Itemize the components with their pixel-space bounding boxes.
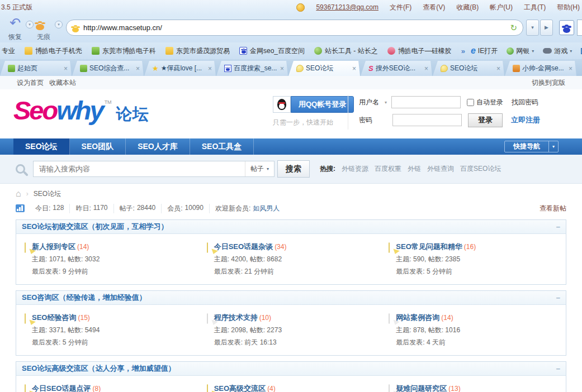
close-icon[interactable]: × (280, 65, 284, 73)
forum-item[interactable]: 今日SEO话题杂谈(34) 主题: 4200, 帖数: 8682 最后发表: 2… (202, 241, 384, 276)
bookmark-item[interactable]: 站长工具 - 站长之 (314, 46, 378, 56)
collapse-icon[interactable]: − (556, 223, 560, 231)
forum-last-post[interactable]: 最后发表: 前天 16:13 (214, 338, 282, 347)
forum-item[interactable]: SEO常见问题和精华(16) 主题: 590, 帖数: 2385 最后发表: 5… (384, 241, 566, 276)
close-icon[interactable]: × (569, 65, 572, 73)
forum-last-post[interactable]: 最后发表: 21 分钟前 (214, 267, 287, 276)
view-new-posts-link[interactable]: 查看新帖 (540, 204, 566, 213)
username-dropdown-icon[interactable]: ▾ (385, 100, 387, 105)
section-title[interactable]: SEO论坛初级交流区（初次见面，互相学习） (22, 222, 168, 232)
set-homepage-link[interactable]: 设为首页 (17, 78, 44, 88)
forum-item[interactable]: 网站案例咨询(14) 主题: 878, 帖数: 1016 最后发表: 4 天前 (384, 312, 566, 347)
forum-name-link[interactable]: 程序技术支持 (214, 313, 258, 322)
forum-name-link[interactable]: 今日SEO话题点评 (32, 384, 91, 392)
menu-file[interactable]: 文件(F) (390, 3, 411, 12)
forum-last-post[interactable]: 最后发表: 5 分钟前 (32, 338, 100, 347)
forum-name-link[interactable]: 今日SEO话题杂谈 (214, 242, 273, 251)
tab-seo-query[interactable]: SEO综合查... × (72, 61, 144, 76)
forum-name-link[interactable]: SEO经验咨询 (32, 313, 76, 322)
username-field[interactable] (391, 96, 461, 108)
tab-baidu-search[interactable]: 百度搜索_se... × (216, 61, 288, 76)
close-icon[interactable]: × (136, 65, 140, 73)
chevron-down-icon[interactable]: ▾ (548, 141, 558, 152)
close-icon[interactable]: × (424, 65, 428, 73)
home-icon[interactable]: ⌂ (16, 189, 21, 199)
forum-name-link[interactable]: 网站案例咨询 (396, 313, 439, 322)
forum-name-link[interactable]: SEO常见问题和精华 (396, 242, 462, 251)
forum-name-link[interactable]: 疑难问题研究区 (396, 384, 447, 392)
forum-item[interactable]: 程序技术支持(10) 主题: 2098, 帖数: 2273 最后发表: 前天 1… (202, 312, 384, 347)
games-button[interactable]: 游戏 ▾ (543, 46, 572, 56)
bookmark-item[interactable]: 东莞市盛茂源贸易 (165, 46, 230, 56)
hot-link[interactable]: 百度权重 (375, 164, 401, 174)
hot-link[interactable]: 外链查询 (427, 164, 454, 174)
forum-last-post[interactable]: 最后发表: 9 分钟前 (32, 267, 100, 276)
bookmark-item[interactable]: 博皓电子手机壳 (25, 46, 82, 56)
qq-login-button[interactable]: 用QQ帐号登录 (273, 96, 354, 113)
newest-member-link[interactable]: 如风男人 (253, 204, 280, 213)
forum-last-post[interactable]: 最后发表: 5 分钟前 (396, 267, 476, 276)
menu-view[interactable]: 查看(V) (423, 3, 445, 12)
incognito-paw-icon[interactable] (36, 19, 44, 32)
search-scope-select[interactable]: 帖子 ▾ (245, 161, 274, 176)
go-button[interactable]: ▶ (540, 20, 553, 36)
restore-session-icon[interactable]: ↶ (6, 15, 25, 31)
account-email-link[interactable]: 593671213@qq.com (316, 3, 378, 11)
hot-link[interactable]: 外链资源 (342, 164, 368, 174)
url-input[interactable] (83, 23, 510, 32)
restore-dropdown-icon[interactable]: ▾ (26, 21, 34, 28)
auto-login-checkbox[interactable] (467, 99, 474, 106)
open-in-ie-button[interactable]: e IE打开 (471, 46, 498, 56)
sogou-paw-button[interactable] (559, 20, 574, 35)
login-button[interactable]: 登录 (468, 113, 503, 127)
section-title[interactable]: SEO咨询区（经验传递，增加经验值） (22, 293, 146, 303)
forum-item[interactable]: SEO高级交流区(4) 主题: 153, 帖数: 330 最后发表: 1 小时前 (202, 383, 384, 392)
menu-tools[interactable]: 工具(T) (524, 3, 546, 12)
incognito-dropdown-icon[interactable]: ▾ (55, 21, 63, 28)
close-icon[interactable]: × (64, 65, 68, 73)
forum-item[interactable]: 新人报到专区(14) 主题: 1071, 帖数: 3032 最后发表: 9 分钟… (20, 241, 202, 276)
tab-love[interactable]: ★ ★僤蒓love [... × (144, 61, 216, 76)
hot-link[interactable]: 外链 (408, 164, 421, 174)
url-history-dropdown-button[interactable]: ▾ (526, 20, 539, 36)
bookmarks-overflow-icon[interactable]: » (461, 47, 465, 55)
switch-wide-link[interactable]: 切换到宽版 (532, 78, 565, 88)
close-icon[interactable]: × (352, 65, 356, 73)
bookmark-item[interactable]: 博皓电子—硅橡胶 (387, 46, 452, 56)
close-icon[interactable]: × (208, 65, 212, 73)
tab-seo-forum-2[interactable]: SEO论坛 × (433, 61, 504, 76)
forum-name-link[interactable]: SEO高级交流区 (214, 384, 266, 392)
bookmark-item[interactable]: 东莞市博皓电子科 (92, 46, 156, 56)
menu-bookmarks[interactable]: 收藏(B) (456, 3, 479, 12)
nav-seo-forum[interactable]: SEO论坛 (13, 138, 70, 155)
seowhy-logo[interactable]: SeowhyTM论坛 (13, 95, 149, 126)
tab-xiaoshuai[interactable]: 小帅-金网se... × (505, 61, 576, 76)
forum-last-post[interactable]: 最后发表: 4 天前 (396, 338, 460, 347)
menu-help[interactable]: 帮助(H) (557, 3, 580, 12)
forum-name-link[interactable]: 新人报到专区 (32, 242, 75, 251)
hot-link[interactable]: 百度SEO论坛 (460, 164, 501, 174)
auto-login-option[interactable]: 自动登录 (467, 98, 503, 107)
register-link[interactable]: 立即注册 (511, 115, 540, 125)
search-button[interactable]: 搜索 (277, 160, 310, 178)
forum-item[interactable]: SEO经验咨询(15) 主题: 3371, 帖数: 5494 最后发表: 5 分… (20, 312, 202, 347)
bookmark-item[interactable]: 专业 (0, 46, 15, 56)
tab-seowhy[interactable]: S 搜外SEO论... × (361, 61, 432, 76)
search-input[interactable] (34, 165, 245, 173)
nav-seo-talent[interactable]: SEO人才库 (126, 138, 190, 155)
bookmark-site-link[interactable]: 收藏本站 (49, 78, 76, 88)
refresh-icon[interactable]: ↻ (510, 23, 517, 33)
close-icon[interactable]: × (496, 65, 500, 73)
breadcrumb-current[interactable]: SEO论坛 (34, 189, 61, 199)
password-field[interactable] (392, 114, 462, 126)
forum-item[interactable]: 疑难问题研究区(13) 主题: 80, 帖数: 200 最后发表: 昨天 12:… (384, 383, 566, 392)
menu-account[interactable]: 帐户(U) (490, 3, 513, 12)
collapse-icon[interactable]: − (556, 365, 560, 373)
find-password-link[interactable]: 找回密码 (512, 98, 538, 107)
tab-start-page[interactable]: 起始页 × (0, 61, 72, 76)
bookmark-item[interactable]: 金网seo_百度空间 (239, 46, 305, 56)
nav-seo-team[interactable]: SEO团队 (70, 138, 126, 155)
nav-seo-toolbox[interactable]: SEO工具盒 (190, 138, 254, 155)
online-banking-button[interactable]: 网银 ▾ (507, 46, 534, 56)
forum-item[interactable]: 今日SEO话题点评(8) 主题: 625, 帖数: 5028 最后发表: 昨天 … (20, 383, 202, 392)
